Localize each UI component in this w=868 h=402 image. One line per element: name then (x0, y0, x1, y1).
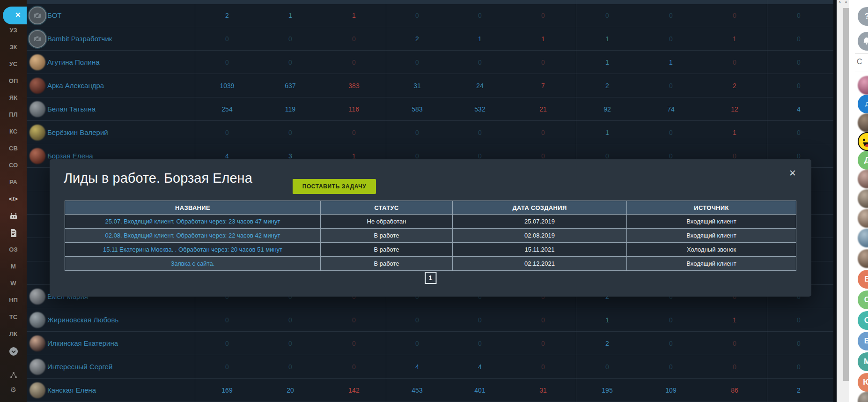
inner-scrollbar[interactable]: ^ (837, 0, 843, 402)
metric-value: 0 (225, 308, 229, 332)
page-scrollbar[interactable]: ^ (843, 0, 849, 402)
metric-value: 0 (669, 121, 673, 144)
metric-value: 0 (797, 355, 801, 379)
employee-name-link[interactable]: Интересный Сергей (47, 355, 112, 379)
contact-avatar[interactable] (858, 170, 868, 188)
contact-badge[interactable]: Д (858, 151, 868, 170)
metric-value: 4 (415, 355, 419, 379)
employee-name-link[interactable]: Берёзкин Валерий (47, 121, 108, 144)
contact-badge[interactable]: М (858, 352, 868, 371)
lead-created-date: 02.12.2021 (453, 257, 627, 271)
metric-value: 1 (288, 4, 292, 27)
sidebar-item-М[interactable]: М (0, 258, 27, 275)
metric-value: 1 (669, 51, 673, 74)
sidebar-item-ЗК[interactable]: ЗК (0, 39, 27, 56)
metric-value: 0 (478, 332, 482, 355)
scroll-up-icon[interactable]: ^ (837, 0, 843, 7)
metric-value: 0 (478, 121, 482, 144)
code-icon[interactable]: </> (0, 191, 27, 208)
sidebar-item-РА[interactable]: РА (0, 174, 27, 191)
avatar (29, 359, 45, 375)
close-icon[interactable]: ✕ (789, 168, 796, 179)
scrollbar-thumb[interactable] (843, 8, 849, 381)
sidebar-item-УС[interactable]: УС (0, 56, 27, 73)
sidebar-item-УЗ[interactable]: УЗ (0, 22, 27, 39)
robot-icon[interactable] (0, 208, 27, 224)
sidebar-item-СВ[interactable]: СВ (0, 140, 27, 157)
metric-value: 0 (288, 51, 292, 74)
lead-status: В работе (321, 257, 453, 271)
metric-value: 0 (797, 27, 801, 51)
employee-name-link[interactable]: Агутина Полина (47, 51, 100, 74)
metric-value: 12 (731, 97, 738, 121)
lead-name-link[interactable]: 15.11 Екатерина Москва. . Обработан чере… (103, 246, 282, 253)
lead-name-link[interactable]: Заявка с сайта. (171, 260, 215, 267)
scroll-up-icon[interactable]: ^ (843, 0, 849, 7)
contact-avatar[interactable] (858, 113, 868, 132)
sidebar-item-КС[interactable]: КС (0, 123, 27, 140)
employee-name-link[interactable]: Канская Елена (47, 379, 96, 402)
bell-icon[interactable] (858, 32, 868, 51)
employee-name-link[interactable]: Белая Татьяна (47, 97, 96, 121)
contact-badge[interactable]: Ю (858, 373, 868, 392)
chevron-down-circle-icon[interactable] (0, 342, 27, 359)
metric-value: 0 (288, 27, 292, 51)
contact-avatar[interactable] (858, 189, 868, 208)
metric-value: 2 (225, 4, 229, 27)
lead-source: Входящий клиент (627, 215, 796, 229)
employee-name-link[interactable]: БОТ (47, 4, 62, 27)
pagination-page-1[interactable]: 1 (425, 272, 436, 284)
metric-value: 116 (349, 97, 359, 121)
employee-name-link[interactable]: Илкинская Екатерина (47, 332, 118, 355)
metric-value: 0 (733, 355, 736, 379)
sidebar-item-ОЗ[interactable]: ОЗ (0, 241, 27, 258)
sidebar-item-ОП[interactable]: ОП (0, 73, 27, 89)
contact-avatar[interactable] (858, 249, 868, 268)
employee-name-link[interactable]: Арка Александра (47, 74, 104, 97)
sidebar-item-ЯК[interactable]: ЯК (0, 89, 27, 106)
contact-avatar[interactable] (858, 229, 868, 247)
sidebar-item-НП[interactable]: НП (0, 292, 27, 309)
metric-value: 0 (478, 308, 482, 332)
contact-badge[interactable]: С (858, 311, 868, 330)
lead-name-link[interactable]: 02.08. Входящий клиент. Обработан через:… (105, 232, 280, 239)
metric-value: 0 (478, 4, 482, 27)
contact-badge[interactable]: В (858, 332, 868, 350)
sidebar-item-ТС[interactable]: ТС (0, 309, 27, 326)
contact-badge[interactable]: С (858, 290, 868, 309)
metric-value: 0 (541, 332, 545, 355)
sidebar-item-W[interactable]: W (0, 275, 27, 292)
lead-created-date: 15.11.2021 (453, 243, 627, 257)
smiley-avatar[interactable] (858, 132, 868, 151)
table-row: Интересный Сергей0004400000 (27, 355, 833, 379)
metric-value: 195 (602, 379, 612, 402)
metric-value: 0 (415, 4, 419, 27)
lead-name-link[interactable]: 25.07. Входящий клиент. Обработан через:… (105, 218, 280, 225)
lead-status: В работе (321, 229, 453, 243)
sidebar-item-ЛК[interactable]: ЛК (0, 326, 27, 342)
divider (855, 72, 868, 72)
employee-name-link[interactable]: Жириновская Любовь (47, 308, 118, 332)
sidebar-item-СО[interactable]: СО (0, 157, 27, 174)
metric-value: 2 (797, 379, 801, 402)
contact-badge[interactable]: Е (858, 270, 868, 289)
share-icon[interactable] (0, 366, 27, 383)
gear-icon[interactable]: ⚙ (0, 381, 27, 398)
employee-name-link[interactable]: Bambit Разработчик (47, 27, 112, 51)
document-icon[interactable] (0, 224, 27, 241)
contact-badge[interactable]: ♫ (858, 95, 868, 113)
no-photo-avatar (29, 7, 46, 24)
contact-avatar[interactable] (858, 76, 868, 95)
metric-value: 0 (352, 51, 356, 74)
lead-source: Входящий клиент (627, 229, 796, 243)
sidebar-item-ПЛ[interactable]: ПЛ (0, 106, 27, 123)
contact-avatar[interactable] (858, 392, 868, 402)
leads-table: НАЗВАНИЕСТАТУСДАТА СОЗДАНИЯИСТОЧНИК 25.0… (65, 201, 796, 271)
contact-avatar[interactable] (858, 209, 868, 228)
metric-value: 0 (225, 332, 229, 355)
table-row: Берёзкин Валерий0000001010 (27, 121, 833, 144)
create-task-button[interactable]: ПОСТАВИТЬ ЗАДАЧУ (293, 179, 376, 194)
metric-value: 0 (352, 27, 356, 51)
help-icon[interactable]: ? (858, 7, 868, 26)
metric-value: 1 (733, 27, 736, 51)
